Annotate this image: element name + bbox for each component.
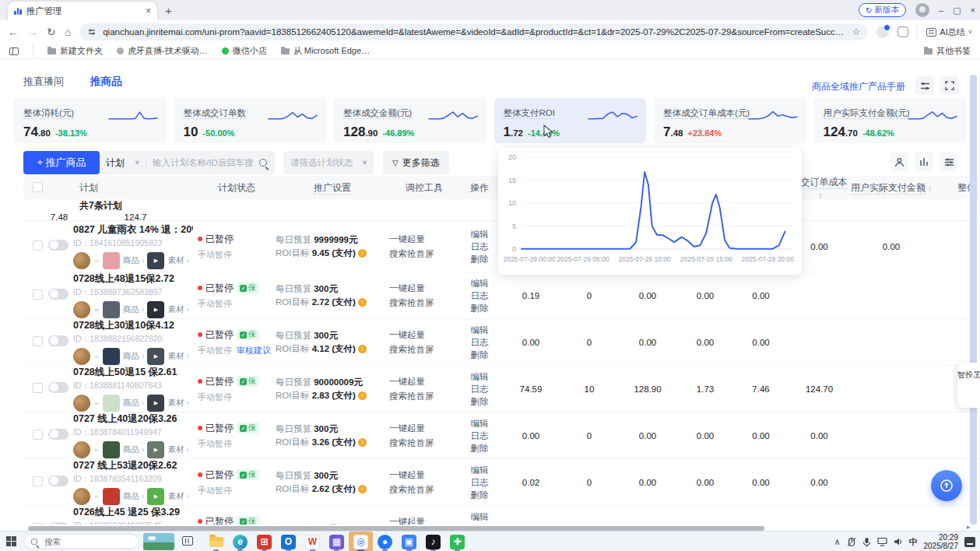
info-icon[interactable] bbox=[358, 249, 367, 258]
row-toggle[interactable] bbox=[48, 382, 68, 393]
tool-link[interactable]: 搜索抢首屏 bbox=[389, 342, 459, 357]
plan-search-input[interactable] bbox=[146, 158, 259, 167]
taskbar-app-edge[interactable]: e bbox=[228, 532, 252, 551]
campaign-title[interactable]: 0728线上48退15保2.72 bbox=[73, 272, 193, 286]
horizontal-scrollbar[interactable] bbox=[28, 526, 764, 531]
window-minimize-button[interactable]: – bbox=[939, 5, 943, 15]
tool-link[interactable]: 搜索抢首屏 bbox=[389, 247, 459, 261]
product-link[interactable]: 商品 bbox=[123, 255, 144, 266]
col-header-status[interactable]: 计划状态 bbox=[198, 181, 276, 195]
row-toggle[interactable] bbox=[48, 429, 68, 440]
tool-link[interactable]: 搜索抢首屏 bbox=[389, 389, 459, 404]
product-link[interactable]: 商品 bbox=[123, 398, 144, 409]
promote-product-button[interactable]: + 推广商品 bbox=[23, 151, 100, 174]
forward-icon[interactable]: → bbox=[27, 26, 38, 38]
tool-link[interactable]: 搜索抢首屏 bbox=[389, 436, 459, 451]
taskbar-app-app-blue-circle[interactable]: ● bbox=[373, 532, 397, 551]
stat-card[interactable]: 整体消耗(元)74.80-38.13% bbox=[14, 98, 167, 143]
taskbar-app-wps[interactable]: W bbox=[300, 532, 325, 551]
campaign-title[interactable]: 0727 线上40退20保3.26 bbox=[73, 412, 193, 426]
layout-settings-icon[interactable] bbox=[915, 76, 934, 95]
material-link[interactable]: 素材 bbox=[167, 444, 188, 455]
taskbar-app-app-purple[interactable]: ▦ bbox=[325, 532, 349, 551]
tool-link[interactable]: 搜索抢首屏 bbox=[389, 296, 459, 311]
assistant-widget[interactable]: 智投星 bbox=[957, 363, 980, 408]
material-link[interactable]: 素材 bbox=[167, 398, 188, 409]
bookmark-item[interactable]: 虎牙直播-技术驱动… bbox=[117, 45, 208, 57]
custom-columns-icon[interactable] bbox=[915, 153, 933, 171]
task-view-icon[interactable] bbox=[182, 536, 193, 546]
more-filters-button[interactable]: ▽更多筛选 bbox=[383, 151, 449, 174]
col-header-actual-pay[interactable]: 用户实际支付金额▲▼ bbox=[848, 181, 934, 195]
plan-filter-select[interactable]: 计划˅ bbox=[100, 156, 146, 170]
search-icon[interactable] bbox=[259, 159, 267, 167]
bookmark-item[interactable]: 新建文件夹 bbox=[47, 45, 103, 57]
row-checkbox[interactable] bbox=[33, 383, 43, 393]
weather-widget-icon[interactable] bbox=[143, 533, 174, 550]
product-link[interactable]: 商品 bbox=[123, 351, 144, 362]
op-link[interactable]: 日志 bbox=[459, 383, 500, 395]
side-panel-icon[interactable] bbox=[9, 47, 19, 55]
op-link[interactable]: 删除 bbox=[459, 489, 500, 501]
window-close-button[interactable]: × bbox=[971, 5, 975, 15]
row-checkbox[interactable] bbox=[33, 240, 43, 251]
material-link[interactable]: 素材 bbox=[167, 351, 188, 362]
network-icon[interactable] bbox=[877, 537, 887, 546]
col-header-settings[interactable]: 推广设置 bbox=[276, 181, 389, 195]
back-icon[interactable]: ← bbox=[8, 26, 19, 38]
table-settings-icon[interactable] bbox=[940, 153, 958, 171]
campaign-title[interactable]: 0727 线上53退20保2.62 bbox=[73, 459, 193, 472]
plan-status-select[interactable]: 请筛选计划状态˅ bbox=[283, 151, 374, 174]
stat-card[interactable]: 整体支付ROI1.72-14.43% bbox=[494, 98, 647, 143]
tab-products[interactable]: 推商品 bbox=[90, 75, 122, 89]
row-toggle[interactable] bbox=[48, 335, 68, 346]
window-maximize-button[interactable]: ▢ bbox=[953, 5, 961, 16]
taskbar-app-tiktok[interactable]: ♪ bbox=[421, 532, 445, 551]
campaign-title[interactable]: 0728线上30退10保4.12 bbox=[73, 319, 193, 332]
browser-avatar[interactable] bbox=[915, 3, 929, 17]
col-header-actions[interactable]: 操作 bbox=[459, 181, 500, 195]
campaign-title[interactable]: 0728线上50退15 保2.61 bbox=[73, 366, 193, 379]
tool-link[interactable]: 一键起量 bbox=[389, 328, 459, 342]
op-link[interactable]: 编辑 bbox=[459, 228, 500, 240]
site-info-icon[interactable] bbox=[87, 27, 97, 37]
ai-summary-button[interactable]: AI总结 ˅ bbox=[926, 26, 972, 38]
row-checkbox[interactable] bbox=[33, 476, 43, 486]
extensions-menu-icon[interactable] bbox=[897, 26, 908, 37]
bookmark-star-icon[interactable]: ☆ bbox=[852, 26, 861, 37]
tab-close-icon[interactable]: × bbox=[146, 5, 151, 16]
select-all-checkbox[interactable] bbox=[33, 182, 43, 192]
sort-icon[interactable]: ▲▼ bbox=[819, 192, 823, 198]
ime-indicator[interactable]: 中 bbox=[909, 536, 918, 548]
taskbar-search-input[interactable] bbox=[43, 536, 121, 547]
tool-link[interactable]: 一键起量 bbox=[389, 232, 459, 247]
op-link[interactable]: 编辑 bbox=[459, 324, 500, 336]
taskbar-app-wechat-green[interactable]: ✚ bbox=[445, 532, 469, 551]
stat-card[interactable]: 整体成交订单成本(元)7.48+23.84% bbox=[654, 98, 806, 143]
notification-center-icon[interactable] bbox=[964, 537, 975, 547]
op-link[interactable]: 编辑 bbox=[459, 417, 500, 430]
info-icon[interactable] bbox=[358, 345, 367, 353]
material-link[interactable]: 素材 bbox=[167, 304, 188, 315]
product-link[interactable]: 商品 bbox=[123, 304, 144, 315]
tab-live-room[interactable]: 推直播间 bbox=[23, 75, 64, 89]
tool-link[interactable]: 一键起量 bbox=[389, 374, 459, 389]
row-toggle[interactable] bbox=[48, 522, 68, 525]
row-checkbox[interactable] bbox=[33, 430, 43, 440]
op-link[interactable]: 删除 bbox=[459, 442, 500, 454]
start-button-icon[interactable] bbox=[6, 536, 16, 546]
op-link[interactable]: 日志 bbox=[459, 336, 500, 349]
taskbar-app-qianchuan[interactable]: ◎ bbox=[349, 532, 373, 551]
taskbar-app-outlook[interactable]: O bbox=[276, 532, 300, 551]
bookmark-item[interactable]: 微信小店 bbox=[222, 45, 267, 57]
fullscreen-icon[interactable] bbox=[940, 76, 959, 95]
taskbar-app-store-red[interactable]: ⊞ bbox=[252, 532, 276, 551]
op-link[interactable]: 删除 bbox=[459, 302, 500, 314]
campaign-title[interactable]: 0726线上45 退25 保3.29 bbox=[73, 506, 193, 519]
col-header-tools[interactable]: 调控工具 bbox=[389, 181, 459, 195]
scroll-right-icon[interactable]: ▸ bbox=[967, 523, 971, 531]
other-bookmarks[interactable]: 其他书签 bbox=[924, 45, 971, 57]
tool-link[interactable]: 一键起量 bbox=[389, 468, 459, 483]
op-link[interactable]: 编辑 bbox=[459, 464, 500, 476]
op-link[interactable]: 删除 bbox=[459, 395, 500, 408]
